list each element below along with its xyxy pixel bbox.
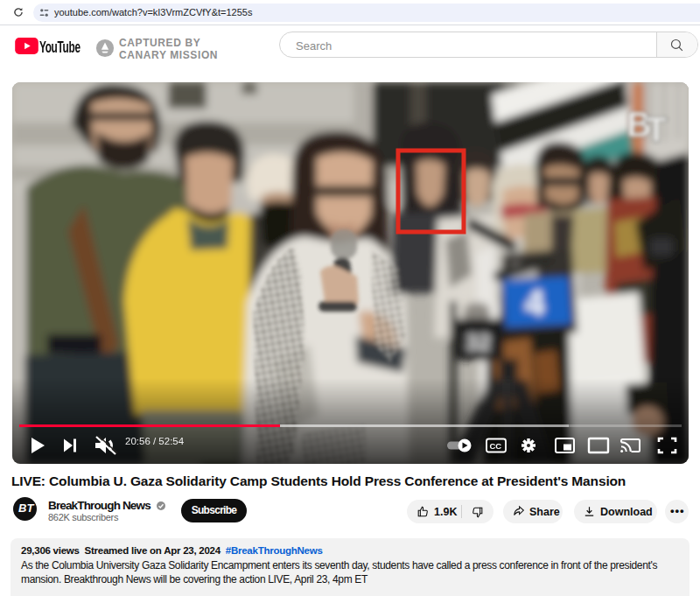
svg-text:4: 4 [525,284,545,322]
svg-text:32: 32 [466,329,491,355]
svg-text:CC: CC [490,441,502,451]
svg-text:T: T [646,110,667,149]
